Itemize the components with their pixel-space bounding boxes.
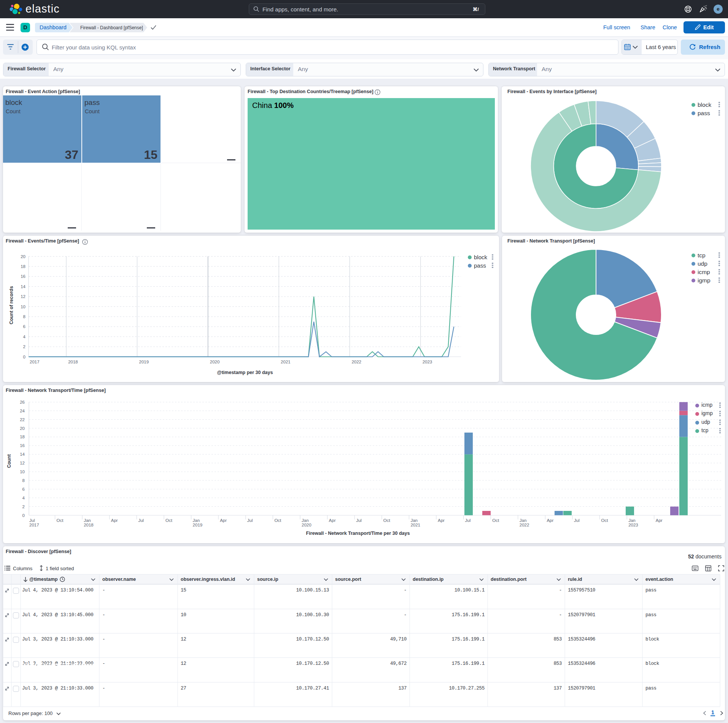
svg-text:0: 0 xyxy=(23,355,25,359)
svg-text:2: 2 xyxy=(22,504,25,509)
svg-text:@timestamp per 30 days: @timestamp per 30 days xyxy=(217,370,273,375)
svg-text:22: 22 xyxy=(20,417,25,422)
svg-text:Jan: Jan xyxy=(302,518,309,523)
svg-text:Apr: Apr xyxy=(111,518,118,523)
svg-text:Count: Count xyxy=(6,454,12,468)
svg-text:Jul: Jul xyxy=(356,518,362,523)
svg-text:2023: 2023 xyxy=(628,523,638,527)
svg-text:2018: 2018 xyxy=(68,360,78,364)
svg-text:Oct: Oct xyxy=(57,518,64,523)
svg-text:2023: 2023 xyxy=(423,360,432,364)
svg-text:8: 8 xyxy=(23,314,25,319)
svg-text:0: 0 xyxy=(22,513,25,518)
svg-text:24: 24 xyxy=(20,409,25,413)
svg-text:10: 10 xyxy=(21,304,25,309)
svg-text:18: 18 xyxy=(21,264,25,269)
svg-text:Oct: Oct xyxy=(383,518,391,523)
svg-text:Jul: Jul xyxy=(465,518,471,523)
svg-text:Jul: Jul xyxy=(29,518,35,523)
svg-text:Jan: Jan xyxy=(410,518,418,523)
svg-text:4: 4 xyxy=(23,335,26,339)
svg-text:Oct: Oct xyxy=(274,518,281,523)
svg-text:Jul: Jul xyxy=(574,518,580,523)
svg-text:4: 4 xyxy=(22,496,25,500)
svg-text:20: 20 xyxy=(20,426,25,431)
svg-text:14: 14 xyxy=(21,284,25,289)
svg-text:2019: 2019 xyxy=(193,523,203,527)
svg-text:Apr: Apr xyxy=(329,518,336,523)
svg-text:Apr: Apr xyxy=(438,518,445,523)
svg-text:Count of records: Count of records xyxy=(9,286,14,325)
svg-text:Jan: Jan xyxy=(84,518,91,523)
svg-text:26: 26 xyxy=(20,400,25,404)
svg-text:Apr: Apr xyxy=(547,518,553,523)
svg-text:2021: 2021 xyxy=(410,523,420,527)
svg-text:Jul: Jul xyxy=(247,518,253,523)
svg-text:2: 2 xyxy=(23,344,25,349)
svg-text:2022: 2022 xyxy=(351,360,361,364)
svg-text:Apr: Apr xyxy=(656,518,663,523)
svg-text:Oct: Oct xyxy=(492,518,499,523)
svg-text:6: 6 xyxy=(23,324,25,329)
svg-text:Apr: Apr xyxy=(220,518,227,523)
svg-text:2020: 2020 xyxy=(302,523,312,527)
svg-text:2020: 2020 xyxy=(210,360,220,364)
svg-text:20: 20 xyxy=(21,254,25,259)
svg-text:8: 8 xyxy=(22,478,25,483)
svg-text:2017: 2017 xyxy=(30,360,40,364)
svg-text:2022: 2022 xyxy=(520,523,529,527)
svg-text:12: 12 xyxy=(21,294,25,299)
svg-text:Jul: Jul xyxy=(138,518,144,523)
svg-text:2021: 2021 xyxy=(281,360,291,364)
svg-text:Firewall - Network Transport/T: Firewall - Network Transport/Time per 30… xyxy=(306,531,410,536)
svg-text:Jan: Jan xyxy=(628,518,636,523)
svg-text:12: 12 xyxy=(20,461,25,465)
svg-text:Oct: Oct xyxy=(165,518,173,523)
svg-text:2017: 2017 xyxy=(29,523,39,527)
svg-text:16: 16 xyxy=(21,274,25,279)
svg-text:14: 14 xyxy=(20,452,25,457)
svg-text:2018: 2018 xyxy=(84,523,94,527)
svg-text:Jan: Jan xyxy=(520,518,527,523)
svg-text:16: 16 xyxy=(20,443,25,448)
svg-text:Oct: Oct xyxy=(601,518,609,523)
svg-text:6: 6 xyxy=(22,487,25,492)
svg-text:Jan: Jan xyxy=(193,518,200,523)
svg-text:2019: 2019 xyxy=(139,360,149,364)
svg-text:18: 18 xyxy=(20,434,25,439)
svg-text:10: 10 xyxy=(20,469,25,474)
